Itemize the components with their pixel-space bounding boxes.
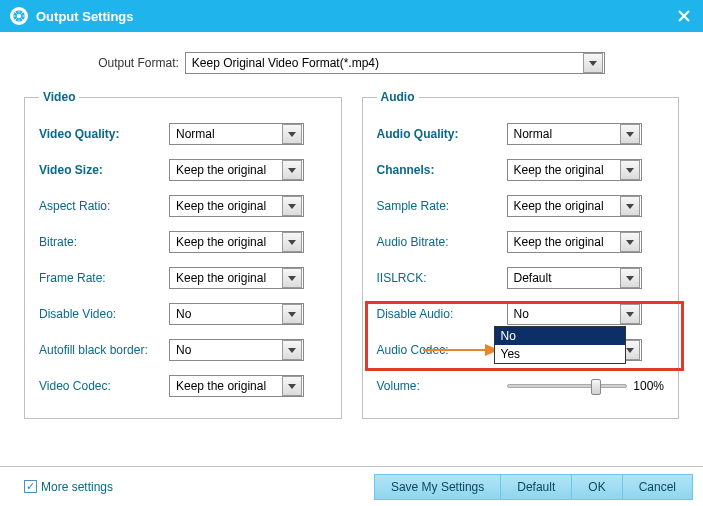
chevron-down-icon[interactable]: [282, 304, 302, 324]
chevron-down-icon[interactable]: [620, 196, 640, 216]
channels-select[interactable]: Keep the original: [507, 159, 642, 181]
audio-bitrate-label: Audio Bitrate:: [377, 235, 507, 249]
save-settings-button[interactable]: Save My Settings: [374, 474, 501, 500]
close-button[interactable]: [675, 7, 693, 25]
disable-audio-dropdown[interactable]: No Yes: [494, 326, 626, 364]
chevron-down-icon[interactable]: [620, 268, 640, 288]
window-title: Output Settings: [36, 9, 134, 24]
video-codec-select[interactable]: Keep the original: [169, 375, 304, 397]
autofill-label: Autofill black border:: [39, 343, 169, 357]
audio-quality-label: Audio Quality:: [377, 127, 507, 141]
more-settings-label: More settings: [41, 480, 113, 494]
chevron-down-icon[interactable]: [620, 160, 640, 180]
video-codec-label: Video Codec:: [39, 379, 169, 393]
chevron-down-icon[interactable]: [282, 340, 302, 360]
ok-button[interactable]: OK: [572, 474, 622, 500]
chevron-down-icon[interactable]: [282, 268, 302, 288]
channels-label: Channels:: [377, 163, 507, 177]
aspect-ratio-label: Aspect Ratio:: [39, 199, 169, 213]
audio-quality-select[interactable]: Normal: [507, 123, 642, 145]
frame-rate-select[interactable]: Keep the original: [169, 267, 304, 289]
video-bitrate-label: Bitrate:: [39, 235, 169, 249]
chevron-down-icon[interactable]: [620, 124, 640, 144]
footer-bar: More settings Save My Settings Default O…: [0, 466, 703, 506]
video-quality-label: Video Quality:: [39, 127, 169, 141]
disable-video-select[interactable]: No: [169, 303, 304, 325]
iislrck-select[interactable]: Default: [507, 267, 642, 289]
svg-point-1: [17, 14, 22, 19]
disable-audio-label: Disable Audio:: [377, 307, 507, 321]
chevron-down-icon[interactable]: [282, 124, 302, 144]
chevron-down-icon[interactable]: [282, 376, 302, 396]
output-format-label: Output Format:: [98, 56, 179, 70]
output-format-value: Keep Original Video Format(*.mp4): [186, 56, 583, 70]
video-bitrate-select[interactable]: Keep the original: [169, 231, 304, 253]
annotation-arrow-icon: [421, 342, 499, 358]
default-button[interactable]: Default: [501, 474, 572, 500]
disable-video-label: Disable Video:: [39, 307, 169, 321]
audio-legend: Audio: [377, 90, 419, 104]
sample-rate-label: Sample Rate:: [377, 199, 507, 213]
title-bar: Output Settings: [0, 0, 703, 32]
dropdown-option-yes[interactable]: Yes: [495, 345, 625, 363]
output-format-select[interactable]: Keep Original Video Format(*.mp4): [185, 52, 605, 74]
volume-slider[interactable]: [507, 384, 628, 388]
iislrck-label: IISLRCK:: [377, 271, 507, 285]
audio-bitrate-select[interactable]: Keep the original: [507, 231, 642, 253]
sample-rate-select[interactable]: Keep the original: [507, 195, 642, 217]
aspect-ratio-select[interactable]: Keep the original: [169, 195, 304, 217]
app-icon: [10, 7, 28, 25]
volume-label: Volume:: [377, 379, 507, 393]
chevron-down-icon[interactable]: [620, 232, 640, 252]
cancel-button[interactable]: Cancel: [623, 474, 693, 500]
autofill-select[interactable]: No: [169, 339, 304, 361]
video-size-select[interactable]: Keep the original: [169, 159, 304, 181]
video-size-label: Video Size:: [39, 163, 169, 177]
video-panel: Video Video Quality:Normal Video Size:Ke…: [24, 90, 342, 419]
dropdown-option-no[interactable]: No: [495, 327, 625, 345]
chevron-down-icon[interactable]: [282, 196, 302, 216]
disable-audio-select[interactable]: No: [507, 303, 642, 325]
chevron-down-icon[interactable]: [620, 304, 640, 324]
volume-value: 100%: [633, 379, 664, 393]
video-legend: Video: [39, 90, 79, 104]
more-settings-toggle[interactable]: More settings: [24, 480, 113, 494]
chevron-down-icon[interactable]: [282, 160, 302, 180]
more-settings-checkbox[interactable]: [24, 480, 37, 493]
audio-panel: Audio Audio Quality:Normal Channels:Keep…: [362, 90, 680, 419]
video-quality-select[interactable]: Normal: [169, 123, 304, 145]
volume-thumb[interactable]: [591, 379, 601, 395]
frame-rate-label: Frame Rate:: [39, 271, 169, 285]
chevron-down-icon[interactable]: [583, 53, 603, 73]
chevron-down-icon[interactable]: [282, 232, 302, 252]
